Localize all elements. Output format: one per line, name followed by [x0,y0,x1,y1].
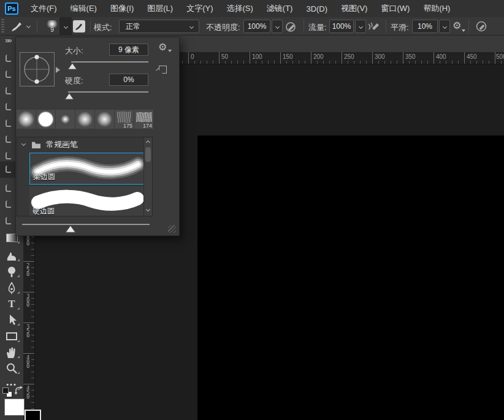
preview-size-slider-thumb[interactable] [65,225,76,233]
flow-field[interactable]: 100% [329,20,354,33]
tool-type[interactable]: T [0,296,23,311]
smoothing-field[interactable]: 10% [412,20,438,33]
tool-button-partial[interactable] [6,217,11,224]
menu-filter[interactable]: 滤镜(T) [260,0,300,17]
separator [386,20,386,33]
tool-button-partial[interactable] [6,120,11,127]
menu-file[interactable]: 文件(F) [24,0,64,17]
brush-settings-panel-toggle[interactable] [73,20,85,32]
recent-brush-soft-small[interactable] [56,110,75,129]
brush-item-soft-round[interactable]: 柔边圆 [29,153,145,185]
tool-button-partial[interactable] [6,166,11,173]
menu-window[interactable]: 窗口(W) [374,0,416,17]
brush-group-header[interactable]: 常规画笔 [17,137,152,152]
options-bar: 9 模式: 正常 不透明度: 100% 流量: 100% 平滑: [0,17,504,36]
scrollbar-thumb[interactable] [145,147,151,162]
hardness-slider-track[interactable] [68,91,148,93]
brush-panel-icon [75,22,83,31]
chevron-down-icon[interactable] [26,24,31,28]
tool-button-partial[interactable] [6,87,11,94]
recent-brush-texture[interactable]: 175 [115,110,134,129]
hardness-field[interactable]: 0% [109,74,148,86]
options-bar-grip[interactable] [1,19,4,34]
brush-angle-preview[interactable] [20,52,55,86]
tool-zoom[interactable] [0,361,23,376]
smoothing-options-gear-icon[interactable]: ⚙ [452,21,461,31]
size-field[interactable]: 9 像素 [109,44,148,56]
tool-rectangle[interactable] [0,329,23,344]
brush-preset-picker-panel: 大小: 9 像素 ⚙ 硬度: 0% [15,37,180,236]
hardness-slider-thumb[interactable] [64,93,74,100]
opacity-dropdown-toggle[interactable] [272,20,283,33]
size-slider-track[interactable] [71,61,148,63]
tool-button-partial[interactable] [6,185,11,192]
recent-brush-soft-round[interactable] [75,110,94,129]
default-colors-button[interactable] [2,388,13,398]
toolbar-expand-icon[interactable]: »» [5,36,10,45]
menu-edit[interactable]: 编辑(E) [64,0,104,17]
roundness-handle-icon[interactable] [56,67,60,73]
tool-button-partial[interactable] [6,71,11,78]
tool-button-partial[interactable] [6,152,11,159]
paint-symmetry-icon[interactable] [475,21,489,32]
new-preset-icon[interactable] [159,66,167,74]
rectangle-icon [6,332,17,340]
size-slider-thumb[interactable] [67,63,77,70]
menu-select[interactable]: 选择(S) [220,0,259,17]
preview-size-slider-track[interactable] [22,224,150,225]
opacity-field[interactable]: 100% [243,20,270,33]
tool-pen[interactable] [0,280,23,296]
selection-arrow-icon [6,314,17,326]
tool-button-partial[interactable] [6,103,11,110]
tool-path-select[interactable] [0,312,23,327]
smoothing-dropdown-toggle[interactable] [439,20,450,33]
tool-button-partial[interactable] [6,55,11,62]
brush-angle-icon [20,53,54,86]
canvas[interactable] [197,136,504,420]
menu-view[interactable]: 视图(V) [334,0,374,17]
tool-button-partial[interactable] [6,200,11,208]
brush-item-hard-round[interactable]: 硬边圆 [29,186,145,216]
background-color-swatch[interactable] [25,410,41,420]
size-label: 大小: [65,45,83,56]
ruler-tick-label: 450 [467,53,477,60]
panel-gear-arrow [168,50,172,52]
menu-type[interactable]: 文字(Y) [180,0,220,17]
airbrush-icon[interactable] [367,21,382,32]
brush-preset-size[interactable]: 9 [45,26,59,33]
tool-button-partial[interactable] [6,136,11,143]
hand-icon [6,346,18,359]
recent-brush-texture[interactable]: 174 [134,110,153,129]
chevron-down-icon [21,142,26,146]
brush-tool-icon[interactable] [10,20,24,32]
brush-preset-picker-toggle[interactable] [59,17,72,36]
ruler-tick-label: 100 [252,53,262,60]
menu-help[interactable]: 帮助(H) [416,0,457,17]
tool-smudge[interactable] [0,248,23,263]
menu-bar: Ps 文件(F) 编辑(E) 图像(I) 图层(L) 文字(Y) 选择(S) 滤… [0,0,504,17]
brush-item-label: 柔边圆 [33,172,55,182]
tool-dodge[interactable] [0,264,23,279]
menu-3d[interactable]: 3D(D) [299,0,334,17]
recent-brush-soft-round[interactable] [17,110,36,129]
gear-dropdown-arrow [462,29,465,32]
foreground-color-swatch[interactable] [4,399,25,416]
flow-dropdown-toggle[interactable] [355,20,366,33]
pressure-opacity-icon[interactable] [285,21,299,32]
tool-hand[interactable] [0,345,23,360]
scroll-up-icon[interactable] [146,140,150,145]
flow-label: 流量: [308,22,327,33]
opacity-label: 不透明度: [206,22,240,33]
swap-colors-icon[interactable] [14,386,23,395]
scroll-down-icon[interactable] [146,207,150,212]
ruler-tick-label: 500 [496,53,504,60]
blend-mode-dropdown[interactable]: 正常 [119,20,199,33]
panel-gear-icon[interactable]: ⚙ [158,42,167,52]
recent-brush-hard-round[interactable] [36,110,55,129]
recent-brush-soft-round[interactable] [95,110,114,129]
scrollbar[interactable] [143,137,152,216]
smoothing-label: 平滑: [391,22,409,33]
panel-resize-grip[interactable] [168,225,176,233]
menu-image[interactable]: 图像(I) [104,0,140,17]
menu-layer[interactable]: 图层(L) [140,0,180,17]
